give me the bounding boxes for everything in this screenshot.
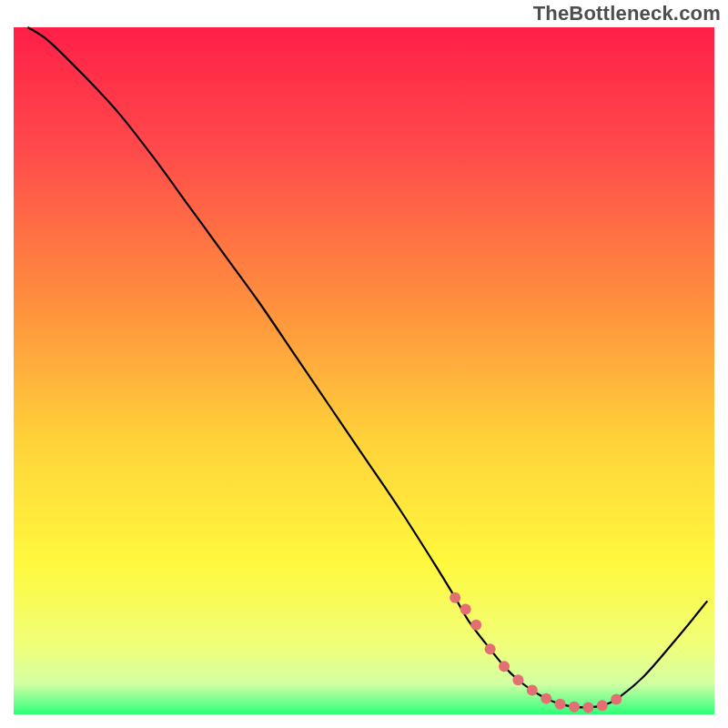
highlight-marker bbox=[527, 685, 538, 696]
highlight-marker bbox=[460, 603, 471, 614]
chart-svg bbox=[0, 0, 728, 728]
highlight-marker bbox=[541, 693, 551, 704]
highlight-marker bbox=[499, 661, 510, 672]
highlight-marker bbox=[555, 699, 566, 710]
bottleneck-chart: TheBottleneck.com bbox=[0, 0, 728, 728]
highlight-marker bbox=[512, 674, 523, 685]
gradient-background bbox=[14, 27, 714, 714]
highlight-marker bbox=[470, 620, 481, 631]
highlight-marker bbox=[569, 702, 580, 713]
highlight-marker bbox=[450, 592, 460, 603]
highlight-marker bbox=[611, 693, 622, 704]
highlight-marker bbox=[597, 700, 608, 711]
highlight-marker bbox=[582, 702, 593, 713]
highlight-marker bbox=[485, 643, 496, 654]
